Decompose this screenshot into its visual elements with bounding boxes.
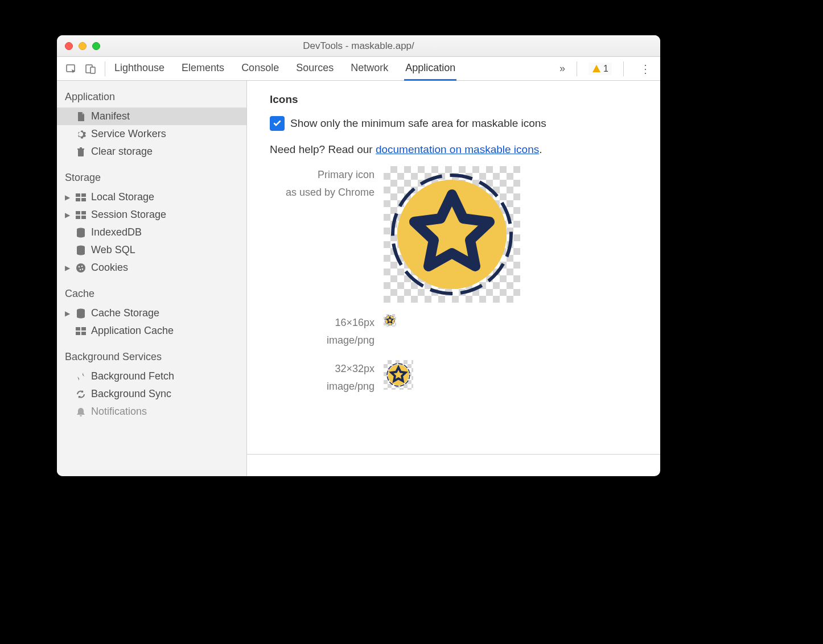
star-badge-icon (386, 363, 410, 387)
icon-32-label: 32×32px image/png (270, 360, 384, 395)
cookie-icon (75, 262, 87, 274)
icon-16-label: 16×16px image/png (270, 314, 384, 349)
sidebar-item-notifications[interactable]: Notifications (57, 403, 246, 420)
help-text: Need help? Read our documentation on mas… (270, 143, 637, 156)
caret-right-icon: ▶ (65, 264, 71, 272)
warning-badge[interactable]: 1 (589, 63, 612, 75)
divider (247, 454, 660, 455)
separator (577, 61, 577, 76)
separator (105, 61, 105, 76)
sidebar-item-web-sql[interactable]: Web SQL (57, 241, 246, 259)
sidebar-item-cookies[interactable]: ▶ Cookies (57, 259, 246, 276)
svg-rect-4 (81, 193, 86, 197)
svg-rect-5 (76, 198, 80, 201)
bell-icon (75, 406, 87, 418)
caret-right-icon: ▶ (65, 309, 71, 317)
sync-icon (75, 389, 87, 400)
star-badge-icon (385, 315, 395, 325)
sidebar-item-session-storage[interactable]: ▶ Session Storage (57, 206, 246, 224)
sidebar: Application Manifest Service Workers (57, 81, 247, 476)
svg-rect-6 (81, 198, 86, 201)
sidebar-item-background-fetch[interactable]: Background Fetch (57, 368, 246, 385)
primary-icon-preview[interactable] (384, 166, 520, 303)
svg-rect-2 (90, 67, 95, 73)
warning-count: 1 (603, 64, 608, 74)
svg-point-15 (81, 265, 83, 267)
tab-application[interactable]: Application (404, 57, 456, 81)
caret-right-icon: ▶ (65, 211, 71, 219)
devtools-window: DevTools - maskable.app/ Lighthouse Elem… (57, 35, 660, 476)
tab-elements[interactable]: Elements (180, 57, 225, 81)
sidebar-item-clear-storage[interactable]: Clear storage (57, 143, 246, 160)
database-icon (75, 308, 87, 319)
primary-icon-label: Primary icon as used by Chrome (270, 166, 384, 201)
table-icon (75, 325, 87, 337)
svg-point-14 (79, 266, 80, 267)
database-icon (75, 245, 87, 256)
table-icon (75, 209, 87, 221)
separator (623, 61, 624, 76)
devtools-toolbar: Lighthouse Elements Console Sources Netw… (57, 57, 660, 81)
icon-32-preview[interactable] (384, 360, 413, 390)
svg-rect-20 (81, 327, 86, 331)
svg-rect-3 (76, 193, 80, 197)
table-icon (75, 192, 87, 203)
svg-rect-10 (81, 216, 86, 219)
svg-rect-21 (76, 332, 80, 335)
safe-area-checkbox[interactable] (270, 116, 285, 131)
svg-point-17 (82, 268, 84, 270)
sidebar-item-manifest[interactable]: Manifest (57, 108, 246, 125)
window-title: DevTools - maskable.app/ (57, 40, 660, 52)
database-icon (75, 227, 87, 238)
more-tabs-icon[interactable]: » (559, 63, 565, 75)
svg-rect-9 (76, 216, 80, 219)
tab-network[interactable]: Network (349, 57, 389, 81)
device-toolbar-icon[interactable] (83, 61, 98, 76)
svg-point-16 (80, 269, 81, 270)
section-cache: Cache (57, 284, 246, 304)
icon-16-preview[interactable] (384, 314, 396, 327)
safe-area-checkbox-label[interactable]: Show only the minimum safe area for mask… (290, 117, 546, 130)
panel-tabs: Lighthouse Elements Console Sources Netw… (113, 57, 456, 81)
caret-right-icon: ▶ (65, 193, 71, 201)
documentation-link[interactable]: documentation on maskable icons (376, 143, 539, 155)
tab-lighthouse[interactable]: Lighthouse (113, 57, 166, 81)
check-icon (273, 119, 282, 128)
sidebar-item-application-cache[interactable]: Application Cache (57, 322, 246, 340)
svg-rect-7 (76, 211, 80, 214)
trash-icon (75, 146, 87, 158)
svg-rect-8 (81, 211, 86, 214)
transfer-icon (75, 371, 87, 382)
tab-sources[interactable]: Sources (295, 57, 335, 81)
warning-icon (592, 64, 601, 73)
icons-heading: Icons (270, 93, 637, 106)
titlebar: DevTools - maskable.app/ (57, 35, 660, 57)
document-icon (75, 111, 87, 122)
svg-rect-19 (76, 327, 80, 331)
svg-rect-22 (81, 332, 86, 335)
section-application: Application (57, 88, 246, 108)
svg-point-13 (76, 263, 85, 273)
star-badge-icon (389, 172, 515, 297)
section-background-services: Background Services (57, 348, 246, 368)
content-panel: Icons Show only the minimum safe area fo… (247, 81, 660, 476)
sidebar-item-indexeddb[interactable]: IndexedDB (57, 224, 246, 241)
sidebar-item-local-storage[interactable]: ▶ Local Storage (57, 188, 246, 206)
tab-console[interactable]: Console (240, 57, 280, 81)
gear-icon (75, 129, 87, 140)
kebab-menu-icon[interactable]: ⋮ (635, 62, 656, 76)
section-storage: Storage (57, 168, 246, 188)
inspect-element-icon[interactable] (64, 61, 79, 76)
sidebar-item-background-sync[interactable]: Background Sync (57, 385, 246, 403)
sidebar-item-service-workers[interactable]: Service Workers (57, 125, 246, 143)
sidebar-item-cache-storage[interactable]: ▶ Cache Storage (57, 304, 246, 322)
